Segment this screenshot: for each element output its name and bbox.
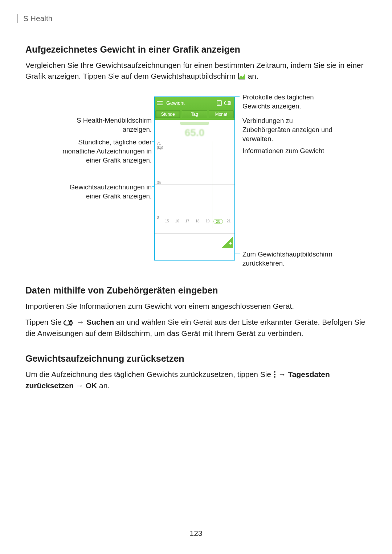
section1-paragraph: Vergleichen Sie Ihre Gewichtsaufzeichnun… xyxy=(25,60,367,82)
chart-axis xyxy=(155,218,234,218)
log-icon[interactable] xyxy=(216,100,222,106)
weight-info: 65.0 xyxy=(155,120,234,141)
tab-bar: Stunde Tag Monat xyxy=(155,110,234,120)
page-number: 123 xyxy=(25,529,367,538)
chart-icon xyxy=(238,73,246,80)
callout-right3: Informationen zum Gewicht xyxy=(242,147,337,156)
svg-point-10 xyxy=(274,374,275,375)
xtick: 16 xyxy=(173,219,181,224)
arrow: → xyxy=(278,370,288,378)
more-icon xyxy=(273,371,276,378)
return-button[interactable] xyxy=(221,237,233,248)
xtick: 19 xyxy=(203,219,212,224)
section2-p2: Tippen Sie → Suchen an und wählen Sie ei… xyxy=(25,317,367,339)
section3-bold-ok: OK xyxy=(86,381,97,390)
y-unit: (kg) xyxy=(157,145,163,149)
y-top-val: 71 xyxy=(157,141,161,145)
svg-rect-3 xyxy=(157,103,163,103)
arrow: → xyxy=(77,318,86,326)
xtick-today: 20 xyxy=(213,219,223,224)
lead-right3 xyxy=(234,150,241,150)
page-header: S Health xyxy=(25,14,367,23)
section2-heading: Daten mithilfe von Zubehörgeräten eingeb… xyxy=(25,285,367,296)
figure-wrap: Protokolle des täglichen Gewichts anzeig… xyxy=(25,89,363,267)
callout-right4: Zum Gewichtshauptbildschirm zurückkehren… xyxy=(242,250,337,268)
menu-icon[interactable] xyxy=(157,100,163,106)
weight-date-blur xyxy=(180,122,209,125)
callout-left3: Gewichtsaufzeichnungen in einer Grafik a… xyxy=(60,183,152,201)
callout-left1: S Health-Menübildschirm anzeigen. xyxy=(60,116,152,134)
tab-month[interactable]: Monat xyxy=(209,110,234,118)
header-rule xyxy=(17,14,18,23)
phone-mockup: Gewicht Stunde Tag Monat 65.0 xyxy=(154,97,235,260)
section2-p1: Importieren Sie Informationen zum Gewich… xyxy=(25,301,367,312)
tab-day[interactable]: Tag xyxy=(182,110,207,118)
xtick: 21 xyxy=(224,219,233,224)
section3-p: Um die Aufzeichnung des täglichen Gewich… xyxy=(25,369,367,391)
section1-text-a: Vergleichen Sie Ihre Gewichtsaufzeichnun… xyxy=(25,61,364,80)
svg-rect-2 xyxy=(157,101,163,102)
chart-gridline xyxy=(155,184,234,185)
xtick: 18 xyxy=(193,219,202,224)
arrow: → xyxy=(76,381,86,390)
section3-b: an. xyxy=(99,381,110,390)
svg-point-11 xyxy=(274,376,275,378)
chart-area: 71 (kg) 35 0 15 16 17 18 19 20 21 xyxy=(155,141,234,233)
y-top: 71 (kg) xyxy=(157,141,163,149)
link-icon[interactable] xyxy=(224,101,232,105)
section1-heading: Aufgezeichnetes Gewicht in einer Grafik … xyxy=(25,44,367,55)
section2-bold-suchen: Suchen xyxy=(86,318,114,326)
svg-point-9 xyxy=(274,371,275,373)
svg-rect-4 xyxy=(157,104,163,105)
bottom-strip xyxy=(155,233,234,250)
app-name: S Health xyxy=(23,14,53,23)
callout-right2: Verbindungen zu Zubehörgeräten anzeigen … xyxy=(242,116,337,144)
xtick: 17 xyxy=(183,219,192,224)
section2-p2a: Tippen Sie xyxy=(25,318,64,326)
callout-right1: Protokolle des täglichen Gewichts anzeig… xyxy=(242,93,337,111)
chart-today-line xyxy=(212,141,212,228)
link-icon xyxy=(64,320,74,326)
phone-title: Gewicht xyxy=(165,100,214,106)
tab-hour[interactable]: Stunde xyxy=(155,110,180,118)
xtick: 15 xyxy=(163,219,171,224)
section3-a: Um die Aufzeichnung des täglichen Gewich… xyxy=(25,370,273,378)
weight-value: 65.0 xyxy=(185,127,205,139)
phone-titlebar: Gewicht xyxy=(155,97,234,110)
x-ticks: 15 16 17 18 19 20 21 xyxy=(163,219,233,224)
callout-left2: Stündliche, tägliche oder monatliche Auf… xyxy=(60,138,152,165)
section1-text-b: an. xyxy=(248,72,258,80)
section3-heading: Gewichtsaufzeichnung zurücksetzen xyxy=(25,353,367,364)
